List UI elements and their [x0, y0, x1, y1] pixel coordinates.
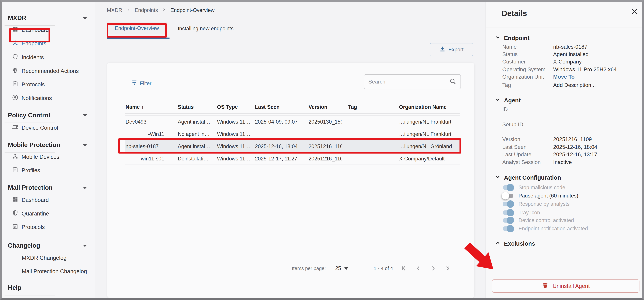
details-panel: Details Endpoint Name nb-sales-0187 Stat… [486, 2, 642, 298]
sidebar: MXDR Dashboard Endpoints Incidents Recom… [2, 2, 95, 298]
section-agent-configuration[interactable]: Agent Configuration [495, 174, 561, 181]
search-box [364, 74, 461, 89]
chevron-down-icon[interactable] [82, 114, 87, 117]
sidebar-item-incidents[interactable]: Incidents [12, 53, 44, 62]
toggle-switch[interactable] [502, 200, 514, 208]
toggle-switch[interactable] [502, 209, 514, 216]
export-button[interactable]: Export [430, 43, 473, 56]
table-row[interactable]: -win11-s01 Deinstallati… Windows 11… 202… [125, 152, 460, 164]
pagination: Items per page: 25 1 - 4 of 4 [292, 263, 451, 274]
devices-icon [12, 124, 18, 131]
chevron-down-icon [495, 97, 500, 104]
table-row[interactable]: -Win11 No agent in… Windows 11… …ilungen… [125, 128, 460, 140]
field-label: Organization Unit [502, 74, 544, 80]
sidebar-item-protocols[interactable]: Protocols [12, 80, 45, 89]
chevron-down-icon[interactable] [82, 17, 87, 20]
previous-page-button[interactable] [415, 265, 422, 272]
sidebar-item-quarantine[interactable]: Quarantine [12, 209, 49, 218]
search-input[interactable] [368, 79, 449, 85]
field-label: Tag [502, 82, 511, 88]
field-label: Customer [502, 59, 526, 65]
column-header-os-type[interactable]: OS Type [217, 104, 238, 110]
table-row[interactable]: Dev0493 Agent instal… Windows 11… 2025-0… [125, 115, 460, 128]
clipboard-icon [12, 223, 18, 231]
sidebar-section-policy-control[interactable]: Policy Control [8, 111, 50, 120]
clipboard-icon [12, 167, 18, 174]
toggle-switch[interactable] [502, 225, 514, 232]
column-header-version[interactable]: Version [308, 104, 328, 110]
column-header-tag[interactable]: Tag [348, 104, 357, 110]
last-page-button[interactable] [444, 265, 451, 272]
divider [486, 27, 642, 27]
breadcrumb-endpoints[interactable]: Endpoints [135, 7, 158, 13]
tab-endpoint-overview[interactable]: Endpoint-Overview [107, 22, 167, 34]
dropdown-caret-icon[interactable] [344, 267, 348, 270]
sidebar-section-mail-protection[interactable]: Mail Protection [8, 184, 52, 192]
toggle-switch[interactable] [502, 192, 514, 200]
chevron-right-icon [162, 7, 166, 13]
column-header-last-seen[interactable]: Last Seen [255, 104, 280, 110]
column-header-status[interactable]: Status [178, 104, 194, 110]
sidebar-section-mxdr[interactable]: MXDR [8, 14, 26, 22]
sidebar-section-mobile-protection[interactable]: Mobile Protection [8, 141, 60, 149]
filter-button[interactable]: Filter [131, 79, 152, 87]
field-value-last-seen: 2025-12-16, 18:04 [553, 144, 597, 150]
sidebar-section-changelog[interactable]: Changelog [8, 241, 40, 250]
chevron-down-icon[interactable] [82, 187, 87, 190]
shield-icon [12, 54, 18, 61]
sidebar-item-endpoints[interactable]: Endpoints [12, 39, 46, 48]
toggle-tray-icon: Tray Icon [502, 209, 540, 217]
close-icon[interactable] [631, 7, 639, 16]
dashboard-icon [12, 26, 18, 34]
toggle-response-by-analysts: Response by analysts [502, 200, 570, 208]
breadcrumb-mxdr[interactable]: MXDR [107, 7, 122, 13]
field-value-status: Agent installed [553, 51, 588, 57]
sidebar-item-dashboard[interactable]: Dashboard [12, 25, 49, 35]
sidebar-item-mail-protocols[interactable]: Protocols [12, 222, 45, 232]
uninstall-agent-button[interactable]: Uninstall Agent [492, 280, 640, 293]
hub-icon [12, 40, 18, 47]
active-tab-indicator [107, 37, 170, 39]
dashboard-icon [12, 196, 18, 204]
section-exclusions[interactable]: Exclusions [495, 240, 535, 247]
sidebar-item-mail-protection-changelog[interactable]: Mail Protection Changelog [22, 267, 87, 276]
add-description-action[interactable]: Add Description... [553, 82, 596, 88]
divider [4, 123, 55, 123]
field-label: Name [502, 44, 516, 50]
column-header-organization-name[interactable]: Organization Name [399, 104, 447, 110]
sidebar-item-device-control[interactable]: Device Control [12, 123, 58, 132]
field-label: Last Seen [502, 144, 526, 150]
sidebar-item-mail-dashboard[interactable]: Dashboard [12, 195, 49, 205]
table-header-row: Name ↑ Status OS Type Last Seen Version … [125, 104, 460, 111]
bell-icon [12, 94, 18, 102]
toggle-switch[interactable] [502, 217, 514, 224]
next-page-button[interactable] [430, 265, 436, 272]
tab-installing-new-endpoints[interactable]: Installing new endpoints [178, 25, 234, 32]
field-label: Analyst Session [502, 159, 541, 165]
field-label: Operating System [502, 66, 546, 72]
field-value-operating-system: Windows 11 Pro 25H2 x64 [553, 66, 616, 72]
move-to-link[interactable]: Move To [553, 74, 574, 80]
table-row-selected[interactable]: nb-sales-0187 Agent instal… Windows 11… … [125, 140, 460, 152]
sidebar-item-mxdr-changelog[interactable]: MXDR Changelog [22, 253, 66, 263]
section-agent[interactable]: Agent [495, 97, 521, 104]
chevron-down-icon [495, 174, 500, 181]
toggle-switch[interactable] [502, 184, 514, 191]
sidebar-item-notifications[interactable]: Notifications [12, 93, 52, 103]
chevron-down-icon[interactable] [82, 245, 87, 248]
sidebar-section-help[interactable]: Help [8, 284, 22, 292]
search-icon[interactable] [449, 78, 456, 86]
sidebar-item-mobile-devices[interactable]: Mobile Devices [12, 152, 59, 162]
field-label: Status [502, 51, 518, 57]
shield-half-icon [12, 210, 18, 217]
column-header-name[interactable]: Name ↑ [126, 104, 144, 110]
chevron-down-icon[interactable] [82, 144, 87, 147]
pagination-range: 1 - 4 of 4 [374, 266, 393, 271]
sidebar-item-recommended-actions[interactable]: Recommended Actions [12, 66, 79, 76]
sidebar-item-profiles[interactable]: Profiles [12, 166, 40, 175]
items-per-page-value[interactable]: 25 [335, 265, 341, 271]
endpoint-table-card: Filter Name ↑ Status OS Type Last Seen V… [107, 63, 474, 298]
hub-icon [12, 153, 18, 161]
first-page-button[interactable] [401, 265, 408, 272]
section-endpoint[interactable]: Endpoint [495, 34, 530, 41]
